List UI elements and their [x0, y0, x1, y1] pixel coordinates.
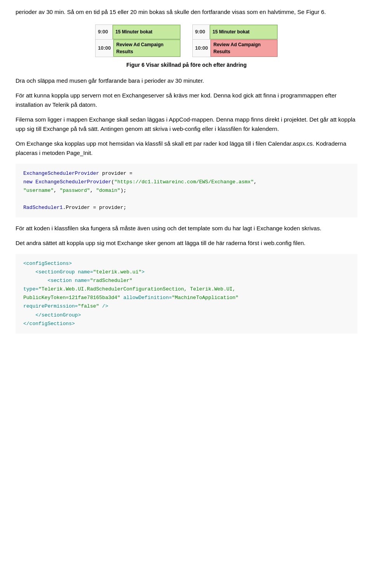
after-event-2: Review Ad Campaign Results — [211, 40, 277, 57]
xml-block-1: <configSections> <sectionGroup name="tel… — [16, 254, 357, 334]
intro-paragraph: perioder av 30 min. Så om en tid på 15 e… — [16, 8, 357, 17]
body-para6: Det andra sättet att koppla upp sig mot … — [16, 238, 357, 248]
scheduler-comparison: 9:00 15 Minuter bokat 10:00 Review Ad Ca… — [95, 24, 278, 57]
before-event-2: Review Ad Campaign Results — [113, 40, 180, 57]
before-row-2: 10:00 Review Ad Campaign Results — [96, 40, 180, 57]
body-para5: För att koden i klassfilen ska fungera s… — [16, 224, 357, 233]
figure-container: 9:00 15 Minuter bokat 10:00 Review Ad Ca… — [16, 24, 357, 57]
figure-caption: Figur 6 Visar skillnad på före och efter… — [16, 61, 357, 69]
after-time-1: 9:00 — [193, 25, 210, 39]
after-time-2: 10:00 — [193, 40, 211, 57]
body-para4: Om Exchange ska kopplas upp mot hemsidan… — [16, 139, 357, 158]
after-event-1: 15 Minuter bokat — [210, 25, 277, 39]
scheduler-before: 9:00 15 Minuter bokat 10:00 Review Ad Ca… — [95, 24, 181, 57]
code-block-1: ExchangeSchedulerProvider provider = new… — [16, 164, 357, 217]
body-para2: För att kunna koppla upp servern mot en … — [16, 91, 357, 110]
body-para3: Filerna som ligger i mappen Exchange ska… — [16, 115, 357, 134]
after-row-2: 10:00 Review Ad Campaign Results — [193, 40, 277, 57]
after-row-1: 9:00 15 Minuter bokat — [193, 25, 277, 40]
body-para1: Dra och släppa med musen går fortfarande… — [16, 76, 357, 85]
scheduler-after: 9:00 15 Minuter bokat 10:00 Review Ad Ca… — [192, 24, 278, 57]
before-event-1: 15 Minuter bokat — [113, 25, 180, 39]
before-time-2: 10:00 — [96, 40, 113, 57]
before-row-1: 9:00 15 Minuter bokat — [96, 25, 180, 40]
before-time-1: 9:00 — [96, 25, 113, 39]
